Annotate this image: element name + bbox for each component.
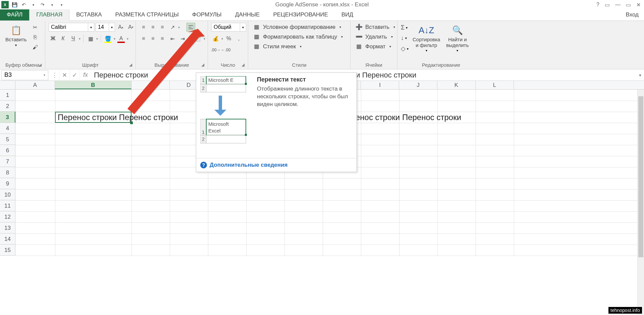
redo-icon[interactable]: ↷ xyxy=(39,1,46,8)
copy-icon[interactable]: ⎘ xyxy=(31,33,40,42)
align-middle-icon[interactable]: ≡ xyxy=(149,23,157,32)
col-header-A[interactable]: A xyxy=(15,81,55,89)
save-icon[interactable]: 💾 xyxy=(11,1,18,8)
font-size-dropdown-icon[interactable]: ▾ xyxy=(109,23,115,32)
borders-icon[interactable]: ▦ xyxy=(86,34,95,43)
conditional-formatting-button[interactable]: ▦Условное форматирование▾ xyxy=(252,23,344,31)
align-left-icon[interactable]: ≡ xyxy=(139,34,148,43)
formula-menu-icon[interactable]: ⋮ xyxy=(50,70,60,80)
decrease-font-icon[interactable]: A▾ xyxy=(126,23,135,32)
decrease-decimal-icon[interactable]: ←.00 xyxy=(221,46,230,54)
delete-cells-button[interactable]: ➖Удалить▾ xyxy=(354,33,396,41)
tab-formulas[interactable]: ФОРМУЛЫ xyxy=(185,9,228,20)
col-header-J[interactable]: J xyxy=(399,81,437,89)
insert-cells-button[interactable]: ➕Вставить▾ xyxy=(354,23,396,31)
align-top-icon[interactable]: ≡ xyxy=(139,23,148,32)
font-name-input[interactable] xyxy=(49,23,88,32)
cancel-formula-icon[interactable]: ✕ xyxy=(60,70,70,80)
tab-data[interactable]: ДАННЫЕ xyxy=(228,9,267,20)
format-cells-button[interactable]: ▦Формат▾ xyxy=(354,42,396,51)
italic-button[interactable]: К xyxy=(59,34,67,43)
col-header-L[interactable]: L xyxy=(476,81,514,89)
minimize-icon[interactable]: — xyxy=(615,2,621,8)
row-header-8[interactable]: 8 xyxy=(0,167,15,178)
row-header-1[interactable]: 1 xyxy=(0,90,15,101)
col-header-K[interactable]: K xyxy=(437,81,476,89)
clear-icon[interactable]: ◇ xyxy=(401,45,406,52)
format-painter-icon[interactable]: 🖌 xyxy=(31,43,40,52)
row-header-6[interactable]: 6 xyxy=(0,145,15,156)
name-box[interactable]: B3▾ xyxy=(1,70,48,80)
tab-review[interactable]: РЕЦЕНЗИРОВАНИЕ xyxy=(266,9,335,20)
row-header-12[interactable]: 12 xyxy=(0,211,15,222)
autosum-icon[interactable]: Σ xyxy=(401,24,405,31)
align-center-icon[interactable]: ≡ xyxy=(149,34,157,43)
undo-dropdown-icon[interactable]: ▾ xyxy=(30,1,37,8)
row-header-14[interactable]: 14 xyxy=(0,233,15,245)
tab-insert[interactable]: ВСТАВКА xyxy=(69,9,108,20)
row-header-7[interactable]: 7 xyxy=(0,156,15,167)
signin-link[interactable]: Вход xyxy=(621,9,644,20)
row-header-11[interactable]: 11 xyxy=(0,200,15,211)
cut-icon[interactable]: ✂ xyxy=(31,23,40,32)
sort-filter-button[interactable]: A↓Z Сортировка и фильтр ▾ xyxy=(411,23,442,54)
row-header-15[interactable]: 15 xyxy=(0,245,15,256)
fill-color-icon[interactable]: 🪣 xyxy=(104,34,112,43)
tab-home[interactable]: ГЛАВНАЯ xyxy=(29,9,69,21)
col-header-B[interactable]: B xyxy=(55,81,131,89)
enter-formula-icon[interactable]: ✓ xyxy=(70,70,80,80)
formula-input[interactable]: Перенос строки и Перенос строки Перенос … xyxy=(91,71,636,80)
increase-indent-icon[interactable]: ⇥ xyxy=(178,34,187,43)
number-launcher-icon[interactable]: ◢ xyxy=(241,62,245,67)
row-header-4[interactable]: 4 xyxy=(0,123,15,134)
maximize-icon[interactable]: ▭ xyxy=(626,2,631,8)
font-launcher-icon[interactable]: ◢ xyxy=(129,62,132,67)
orientation-icon[interactable]: ↗ xyxy=(168,23,177,32)
row-header-5[interactable]: 5 xyxy=(0,134,15,145)
increase-font-icon[interactable]: A▴ xyxy=(116,23,125,32)
qat-customize-icon[interactable]: ▾ xyxy=(58,1,65,8)
increase-decimal-icon[interactable]: .00→ xyxy=(211,46,220,54)
tooltip-more-link[interactable]: Дополнительные сведения xyxy=(210,162,287,168)
expand-formula-bar-icon[interactable]: ▾ xyxy=(636,72,644,78)
col-header-C[interactable]: C xyxy=(131,81,170,89)
col-header-I[interactable]: I xyxy=(361,81,399,89)
cell-styles-button[interactable]: ▦Стили ячеек▾ xyxy=(252,42,344,51)
select-all-corner[interactable] xyxy=(0,81,15,89)
clipboard-launcher-icon[interactable]: ◢ xyxy=(39,62,42,67)
number-format-input[interactable] xyxy=(211,23,240,32)
font-name-dropdown-icon[interactable]: ▾ xyxy=(88,23,94,32)
find-select-button[interactable]: 🔍 Найти и выделить ▾ xyxy=(444,23,471,54)
row-header-13[interactable]: 13 xyxy=(0,222,15,233)
font-size-input[interactable] xyxy=(96,23,109,32)
row-header-9[interactable]: 9 xyxy=(0,178,15,189)
alignment-launcher-icon[interactable]: ◢ xyxy=(201,62,204,67)
comma-format-icon[interactable]: , xyxy=(234,34,243,43)
ribbon-display-icon[interactable]: ▭ xyxy=(605,2,610,8)
bold-button[interactable]: Ж xyxy=(49,34,57,43)
merge-center-button[interactable]: ⬚ xyxy=(194,34,202,43)
paste-button[interactable]: 📋 Вставить ▾ xyxy=(3,23,29,48)
align-bottom-icon[interactable]: ≡ xyxy=(158,23,167,32)
vertical-scrollbar[interactable] xyxy=(637,90,644,315)
undo-icon[interactable]: ↶ xyxy=(20,1,28,8)
tab-file[interactable]: ФАЙЛ xyxy=(0,9,29,20)
row-header-2[interactable]: 2 xyxy=(0,101,15,112)
row-header-10[interactable]: 10 xyxy=(0,189,15,200)
underline-button[interactable]: Ч xyxy=(69,34,77,43)
format-as-table-button[interactable]: ▦Форматировать как таблицу▾ xyxy=(252,33,344,41)
redo-dropdown-icon[interactable]: ▾ xyxy=(48,1,56,8)
decrease-indent-icon[interactable]: ⇤ xyxy=(168,34,177,43)
percent-format-icon[interactable]: % xyxy=(224,34,233,43)
fx-label[interactable]: fx xyxy=(80,71,91,78)
row-header-3[interactable]: 3 xyxy=(0,112,15,123)
tab-layout[interactable]: РАЗМЕТКА СТРАНИЦЫ xyxy=(108,9,185,20)
wrap-text-button[interactable] xyxy=(186,23,195,32)
fill-icon[interactable]: ↓ xyxy=(401,35,404,42)
tab-view[interactable]: ВИД xyxy=(335,9,360,20)
help-icon[interactable]: ? xyxy=(596,2,599,8)
align-right-icon[interactable]: ≡ xyxy=(158,34,167,43)
scrollbar-thumb[interactable] xyxy=(638,96,643,257)
number-format-dropdown-icon[interactable]: ▾ xyxy=(240,23,246,32)
accounting-format-icon[interactable]: 💰 xyxy=(211,34,220,43)
